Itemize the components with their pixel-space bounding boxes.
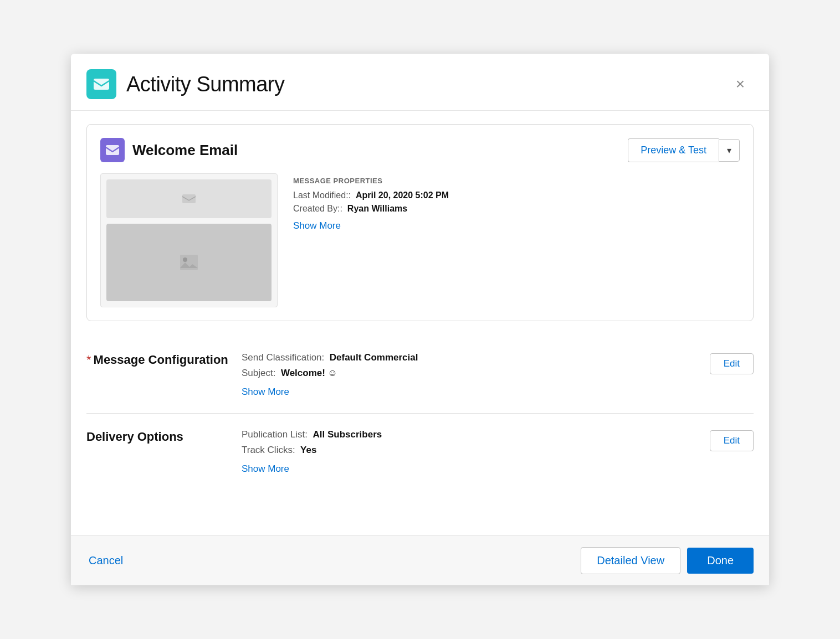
created-by-row: Created By:: Ryan Williams (293, 204, 740, 214)
activity-summary-modal: Activity Summary × Welcome Email Previ (71, 54, 769, 585)
message-config-content: Send Classification: Default Commercial … (242, 352, 687, 398)
delivery-options-show-more-button[interactable]: Show More (242, 463, 289, 475)
message-config-edit-col: Edit (687, 352, 754, 398)
message-configuration-section: *Message Configuration Send Classificati… (86, 337, 754, 414)
publication-list-value: All Subscribers (313, 429, 382, 440)
thumbnail-bottom (106, 224, 272, 301)
cancel-button[interactable]: Cancel (86, 550, 125, 571)
properties-heading: MESSAGE PROPERTIES (293, 177, 740, 185)
subject-row: Subject: Welcome! ☺ (242, 368, 687, 379)
thumbnail-top (106, 179, 272, 218)
send-classification-label: Send Classification: (242, 352, 324, 363)
send-classification-value: Default Commercial (330, 352, 418, 363)
email-icon (100, 138, 125, 162)
svg-rect-2 (182, 194, 196, 203)
modal-body: Welcome Email Preview & Test ▾ (71, 111, 769, 535)
last-modified-row: Last Modified:: April 20, 2020 5:02 PM (293, 190, 740, 200)
created-by-value: Ryan Williams (347, 204, 407, 213)
delivery-options-content: Publication List: All Subscribers Track … (242, 429, 687, 475)
email-name: Welcome Email (132, 142, 238, 159)
track-clicks-value: Yes (300, 445, 316, 455)
delivery-options-section: Delivery Options Publication List: All S… (86, 414, 754, 490)
subject-label: Subject: (242, 368, 275, 378)
delivery-options-edit-button[interactable]: Edit (710, 430, 754, 451)
email-card-title-wrap: Welcome Email (100, 138, 238, 162)
message-config-title-col: *Message Configuration (86, 352, 242, 398)
preview-test-button[interactable]: Preview & Test (628, 138, 719, 162)
email-preview-thumbnail (100, 173, 278, 307)
preview-test-wrap: Preview & Test ▾ (628, 138, 740, 162)
svg-point-4 (183, 257, 187, 262)
email-show-more-button[interactable]: Show More (293, 220, 341, 231)
delivery-options-title-col: Delivery Options (86, 429, 242, 475)
publication-list-label: Publication List: (242, 429, 308, 440)
last-modified-value: April 20, 2020 5:02 PM (356, 190, 449, 200)
modal-footer: Cancel Detailed View Done (71, 535, 769, 585)
email-card-content: MESSAGE PROPERTIES Last Modified:: April… (100, 173, 740, 307)
publication-list-row: Publication List: All Subscribers (242, 429, 687, 440)
email-properties: MESSAGE PROPERTIES Last Modified:: April… (293, 173, 740, 307)
required-marker: * (86, 353, 91, 367)
detailed-view-button[interactable]: Detailed View (581, 547, 680, 574)
last-modified-label: Last Modified:: (293, 190, 351, 200)
message-config-show-more-button[interactable]: Show More (242, 387, 289, 398)
footer-right: Detailed View Done (581, 547, 754, 574)
delivery-options-edit-col: Edit (687, 429, 754, 475)
email-card-header: Welcome Email Preview & Test ▾ (100, 138, 740, 162)
close-button[interactable]: × (731, 74, 749, 94)
track-clicks-label: Track Clicks: (242, 445, 295, 455)
track-clicks-row: Track Clicks: Yes (242, 445, 687, 456)
message-config-edit-button[interactable]: Edit (710, 353, 754, 374)
message-config-title: Message Configuration (94, 353, 228, 367)
subject-value: Welcome! ☺ (281, 368, 337, 378)
svg-rect-1 (106, 145, 119, 155)
modal-header: Activity Summary × (71, 54, 769, 111)
page-title: Activity Summary (126, 73, 284, 96)
preview-test-dropdown-button[interactable]: ▾ (719, 139, 740, 162)
email-card: Welcome Email Preview & Test ▾ (86, 124, 754, 321)
done-button[interactable]: Done (687, 548, 754, 574)
activity-summary-icon (86, 69, 116, 99)
send-classification-row: Send Classification: Default Commercial (242, 352, 687, 363)
delivery-options-title: Delivery Options (86, 430, 183, 444)
modal-header-left: Activity Summary (86, 69, 284, 99)
svg-rect-0 (94, 79, 109, 90)
created-by-label: Created By:: (293, 204, 342, 213)
